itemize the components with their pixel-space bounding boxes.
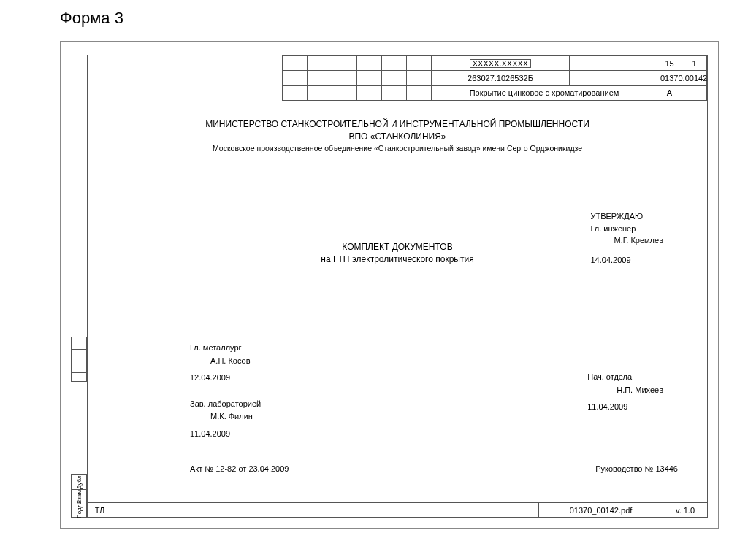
- page-title: Форма 3: [60, 9, 123, 28]
- margin-tab-dubl: Дубл.: [72, 475, 88, 489]
- sign-right-role: Нач. отдела: [587, 371, 663, 384]
- main-content: МИНИСТЕРСТВО СТАНКОСТРОИТЕЛЬНОЙ И ИНСТРУ…: [88, 101, 707, 502]
- footer-tl: ТЛ: [88, 503, 112, 517]
- margin-tab-vzam: Взам.: [72, 489, 88, 504]
- ministry-line1: МИНИСТЕРСТВО СТАНКОСТРОИТЕЛЬНОЙ И ИНСТРУ…: [88, 118, 707, 131]
- footer-bar: ТЛ 01370_00142.pdf v. 1.0: [88, 502, 707, 517]
- footer-file: 01370_00142.pdf: [539, 503, 663, 517]
- doc-no-right: 01370.00142: [657, 71, 707, 85]
- document-frame: Дубл. Взам. Подл. XXXXX.XXXXX XXXXX.XXXX…: [60, 41, 719, 529]
- sign-left-role1: Гл. металлург: [190, 342, 261, 355]
- coating-text: Покрытие цинковое с хроматированием: [432, 85, 657, 100]
- hdr-code-a: 15: [657, 56, 682, 71]
- approve-name: М.Г. Кремлев: [590, 234, 663, 247]
- doc-no-left: 263027.1026532Б: [432, 71, 570, 85]
- left-margin-tabs: Дубл. Взам. Подл.: [71, 474, 87, 518]
- hdr-placeholder: XXXXX.XXXXX: [432, 56, 570, 71]
- approve-title: УТВЕРЖДАЮ: [590, 210, 663, 223]
- sign-left-date2: 11.04.2009: [190, 428, 261, 441]
- ministry-line3: Московское производственное объединение …: [88, 143, 707, 154]
- inner-frame: XXXXX.XXXXX XXXXX.XXXXX 15 1 263027.1026…: [87, 55, 708, 518]
- sign-left-date1: 12.04.2009: [190, 372, 261, 385]
- sign-right-date: 11.04.2009: [587, 401, 663, 414]
- ministry-line2: ВПО «СТАНКОЛИНИЯ»: [88, 131, 707, 143]
- margin-tab-podl: Подл.: [72, 504, 88, 518]
- footer-ver: v. 1.0: [663, 503, 707, 517]
- sign-left-role2: Зав. лабораторией: [190, 398, 261, 411]
- ministry-block: МИНИСТЕРСТВО СТАНКОСТРОИТЕЛЬНОЙ И ИНСТРУ…: [88, 118, 707, 153]
- hdr-code-b: 1: [682, 56, 707, 71]
- approve-date: 14.04.2009: [590, 254, 663, 266]
- header-grid: XXXXX.XXXXX XXXXX.XXXXX 15 1 263027.1026…: [282, 55, 707, 101]
- sign-right-name: Н.П. Михеев: [587, 384, 663, 397]
- sign-left-name1: А.Н. Косов: [190, 355, 261, 368]
- sign-left-block: Гл. металлург А.Н. Косов 12.04.2009 Зав.…: [190, 342, 261, 441]
- sign-right-block: Нач. отдела Н.П. Михеев 11.04.2009: [587, 371, 663, 414]
- left-margin-grid: [71, 337, 87, 382]
- act-number: Акт № 12-82 от 23.04.2009: [190, 464, 289, 473]
- sign-left-name2: М.К. Филин: [190, 410, 261, 423]
- manual-number: Руководство № 13446: [595, 464, 678, 473]
- hdr-letter: А: [657, 85, 682, 100]
- approve-role: Гл. инженер: [590, 223, 663, 235]
- approve-block: УТВЕРЖДАЮ Гл. инженер М.Г. Кремлев 14.04…: [590, 210, 663, 266]
